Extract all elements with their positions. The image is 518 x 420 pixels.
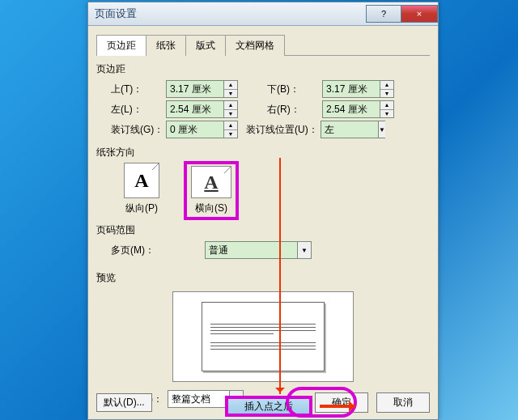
window-title: 页面设置 bbox=[95, 6, 367, 21]
gutter-pos-label: 装订线位置(U)： bbox=[246, 123, 321, 137]
left-spinner[interactable]: ▲▼ bbox=[166, 100, 238, 118]
portrait-icon: A bbox=[124, 163, 159, 198]
tab-margins[interactable]: 页边距 bbox=[96, 35, 146, 56]
cancel-button[interactable]: 取消 bbox=[376, 392, 430, 413]
default-button[interactable]: 默认(D)... bbox=[96, 393, 152, 412]
right-spinner[interactable]: ▲▼ bbox=[322, 100, 394, 118]
multi-combo[interactable]: ▼ bbox=[205, 241, 312, 259]
tab-grid[interactable]: 文档网格 bbox=[225, 35, 285, 56]
page-setup-dialog: 页面设置 ? × 页边距 纸张 版式 文档网格 页边距 上(T)： ▲▼ 下(B… bbox=[87, 2, 439, 420]
top-spinner[interactable]: ▲▼ bbox=[166, 80, 238, 98]
pages-group: 页码范围 多页(M)： ▼ bbox=[96, 222, 430, 261]
preview-group: 预览 bbox=[96, 269, 430, 382]
landscape-icon: A bbox=[191, 166, 231, 198]
annotation-arrow-right bbox=[320, 405, 355, 408]
margins-legend: 页边距 bbox=[96, 61, 125, 78]
tab-paper[interactable]: 纸张 bbox=[146, 35, 186, 56]
orientation-group: 纸张方向 A 纵向(P) A 横向(S) bbox=[96, 144, 430, 218]
ok-highlight-annotation bbox=[286, 387, 357, 418]
preview-sheet bbox=[202, 302, 325, 371]
multi-label: 多页(M)： bbox=[111, 244, 166, 257]
gutter-label: 装订线(G)： bbox=[111, 123, 166, 137]
orientation-landscape[interactable]: A 横向(S) bbox=[185, 163, 237, 218]
margins-group: 页边距 上(T)： ▲▼ 下(B)： ▲▼ 左(L)： ▲▼ 右(R)： ▲▼ … bbox=[96, 61, 430, 141]
help-button[interactable]: ? bbox=[366, 5, 401, 23]
titlebar[interactable]: 页面设置 ? × bbox=[88, 2, 438, 26]
bottom-spinner[interactable]: ▲▼ bbox=[322, 80, 394, 98]
orientation-portrait[interactable]: A 纵向(P) bbox=[119, 163, 164, 215]
orientation-legend: 纸张方向 bbox=[96, 144, 135, 161]
top-label: 上(T)： bbox=[111, 83, 166, 96]
bottom-label: 下(B)： bbox=[267, 83, 322, 96]
tab-layout[interactable]: 版式 bbox=[185, 35, 226, 56]
annotation-arrow-down bbox=[279, 158, 281, 394]
tab-strip: 页边距 纸张 版式 文档网格 bbox=[96, 34, 430, 56]
close-button[interactable]: × bbox=[401, 5, 438, 23]
pages-legend: 页码范围 bbox=[96, 222, 135, 239]
gutter-spinner[interactable]: ▲▼ bbox=[166, 121, 238, 138]
left-label: 左(L)： bbox=[111, 103, 166, 117]
preview-box bbox=[172, 291, 354, 382]
gutter-pos-combo[interactable]: ▼ bbox=[321, 121, 385, 138]
preview-legend: 预览 bbox=[96, 269, 116, 286]
right-label: 右(R)： bbox=[267, 103, 322, 117]
